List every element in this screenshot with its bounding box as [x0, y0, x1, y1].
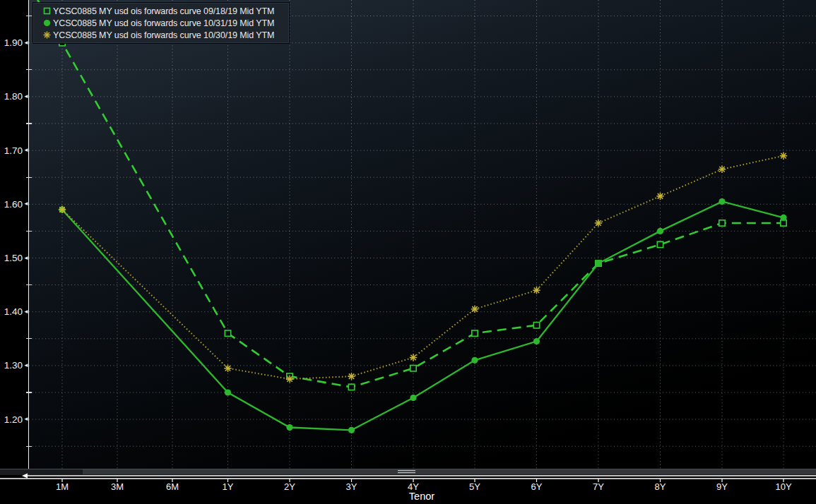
y-tick-label: 1.50◄ [0, 253, 29, 264]
x-tick-label: 10Y [768, 481, 799, 492]
y-tick-label: 1.20◄ [0, 414, 29, 425]
legend-item: YCSC0885 MY usd ois forwards curve 10/30… [40, 29, 285, 41]
y-tick-label: 1.90◄ [0, 37, 29, 49]
x-tick-label: 1Y [213, 481, 244, 492]
x-tick-label: 3Y [336, 481, 367, 492]
x-axis-title: Tenor [394, 491, 450, 502]
x-tick-label: 8Y [645, 481, 676, 492]
y-tick-label: 1.80◄ [0, 91, 29, 102]
plot-area[interactable] [0, 0, 816, 504]
legend-marker-hollow-square-icon [40, 7, 53, 15]
legend-item: YCSC0885 MY usd ois forwards curve 09/18… [40, 5, 285, 17]
legend-label: YCSC0885 MY usd ois forwards curve 10/30… [53, 30, 274, 40]
y-tick-label: 1.40◄ [0, 306, 29, 318]
chart-background [28, 0, 816, 469]
x-tick-label: 9Y [706, 481, 738, 492]
legend-item: YCSC0885 MY usd ois forwards curve 10/31… [40, 17, 285, 29]
x-tick-label: 7Y [583, 481, 614, 492]
x-tick-label: 2Y [274, 481, 305, 492]
chart-window: YCSC0885 MY usd ois forwards curve 09/18… [0, 0, 816, 504]
x-tick-label: 6Y [521, 481, 552, 492]
legend-marker-filled-circle-icon [40, 19, 53, 27]
x-tick-label: 4Y [398, 481, 429, 492]
legend-box[interactable]: YCSC0885 MY usd ois forwards curve 09/18… [32, 2, 290, 44]
legend-marker-asterisk-icon [40, 30, 53, 40]
x-tick-label: 3M [102, 481, 133, 492]
y-tick-label: 1.60◄ [0, 198, 29, 210]
x-tick-label: 6M [157, 481, 188, 492]
legend-label: YCSC0885 MY usd ois forwards curve 10/31… [53, 18, 274, 28]
x-tick-label: 5Y [459, 481, 490, 492]
x-tick-label: 1M [47, 481, 78, 492]
x-scrollbar[interactable] [0, 469, 816, 475]
legend-label: YCSC0885 MY usd ois forwards curve 09/18… [53, 6, 274, 16]
y-tick-label: 1.70◄ [0, 145, 29, 156]
y-tick-label: 1.30◄ [0, 360, 29, 371]
